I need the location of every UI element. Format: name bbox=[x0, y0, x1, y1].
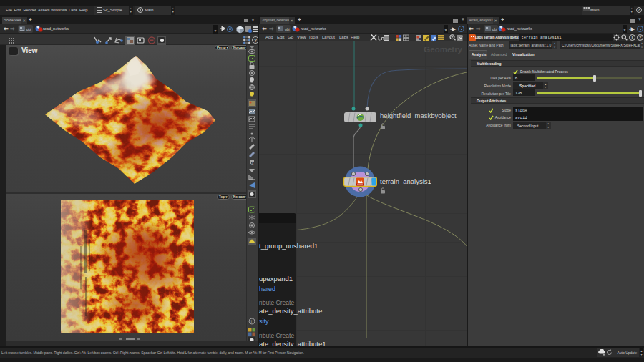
svg-text:i: i bbox=[251, 319, 253, 324]
svg-text:4: 4 bbox=[251, 162, 254, 166]
